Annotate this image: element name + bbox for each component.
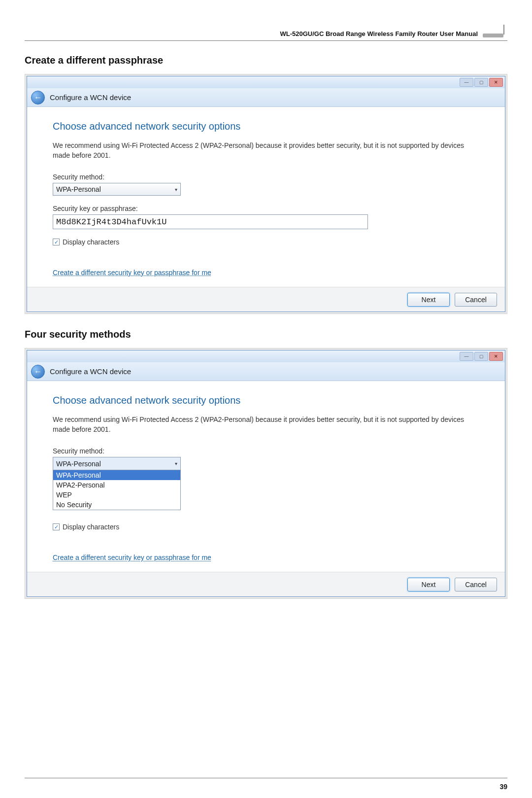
page-header: WL-520GU/GC Broad Range Wireless Family … bbox=[25, 20, 507, 41]
close-button[interactable]: ✕ bbox=[489, 78, 503, 87]
security-method-option-wpa2[interactable]: WPA2-Personal bbox=[53, 480, 180, 490]
chevron-down-icon: ▾ bbox=[175, 461, 177, 466]
window-navbar: ← Configure a WCN device bbox=[27, 88, 505, 107]
security-method-option-none[interactable]: No Security bbox=[53, 500, 180, 510]
wizard-title: Choose advanced network security options bbox=[53, 121, 479, 132]
window-methods: — ▢ ✕ ← Configure a WCN device Choose ad… bbox=[27, 350, 505, 597]
display-characters-checkbox[interactable]: ✓ bbox=[53, 523, 60, 530]
window-titlebar: — ▢ ✕ bbox=[27, 76, 505, 88]
security-method-label: Security method: bbox=[53, 173, 479, 181]
display-characters-checkbox[interactable]: ✓ bbox=[53, 239, 60, 245]
cancel-button[interactable]: Cancel bbox=[455, 293, 497, 307]
security-method-label: Security method: bbox=[53, 447, 479, 455]
manual-title: WL-520GU/GC Broad Range Wireless Family … bbox=[280, 30, 478, 37]
security-method-value: WPA-Personal bbox=[56, 185, 101, 193]
minimize-button[interactable]: — bbox=[460, 78, 473, 87]
screenshot-methods: — ▢ ✕ ← Configure a WCN device Choose ad… bbox=[25, 348, 507, 599]
maximize-button[interactable]: ▢ bbox=[474, 78, 488, 87]
security-method-dropdown: WPA-Personal WPA2-Personal WEP No Securi… bbox=[53, 470, 181, 510]
window-content: Choose advanced network security options… bbox=[27, 381, 505, 572]
security-method-combo[interactable]: WPA-Personal ▾ bbox=[53, 183, 181, 196]
section-heading-methods: Four security methods bbox=[25, 329, 507, 340]
manual-page: WL-520GU/GC Broad Range Wireless Family … bbox=[25, 20, 507, 778]
maximize-button[interactable]: ▢ bbox=[474, 352, 488, 361]
security-method-combo-open[interactable]: WPA-Personal ▾ bbox=[53, 457, 181, 470]
display-characters-label: Display characters bbox=[63, 523, 119, 531]
wizard-description: We recommend using Wi-Fi Protected Acces… bbox=[53, 415, 479, 434]
security-method-value: WPA-Personal bbox=[56, 460, 101, 468]
security-method-option-wep[interactable]: WEP bbox=[53, 490, 180, 500]
screenshot-passphrase: — ▢ ✕ ← Configure a WCN device Choose ad… bbox=[25, 74, 507, 314]
section-heading-passphrase: Create a different passphrase bbox=[25, 55, 507, 66]
security-method-option-wpa[interactable]: WPA-Personal bbox=[53, 470, 180, 480]
chevron-down-icon: ▾ bbox=[175, 187, 177, 192]
passphrase-label: Security key or passphrase: bbox=[53, 205, 479, 212]
back-icon[interactable]: ← bbox=[31, 365, 45, 379]
passphrase-input[interactable]: M8d8K2IjR4t3D4hafUvk1U bbox=[53, 214, 368, 229]
next-button[interactable]: Next bbox=[407, 578, 450, 591]
window-titlebar: — ▢ ✕ bbox=[27, 350, 505, 362]
wizard-description: We recommend using Wi-Fi Protected Acces… bbox=[53, 141, 479, 160]
window-passphrase: — ▢ ✕ ← Configure a WCN device Choose ad… bbox=[27, 76, 505, 312]
window-footer: Next Cancel bbox=[27, 287, 505, 312]
create-different-passphrase-link[interactable]: Create a different security key or passp… bbox=[53, 554, 211, 561]
window-footer: Next Cancel bbox=[27, 572, 505, 596]
next-button[interactable]: Next bbox=[407, 293, 450, 307]
close-button[interactable]: ✕ bbox=[489, 352, 503, 361]
page-number: 39 bbox=[499, 783, 507, 791]
window-content: Choose advanced network security options… bbox=[27, 107, 505, 287]
display-characters-row: ✓ Display characters bbox=[53, 238, 479, 246]
window-navbar: ← Configure a WCN device bbox=[27, 362, 505, 381]
display-characters-label: Display characters bbox=[63, 238, 119, 246]
nav-title: Configure a WCN device bbox=[50, 367, 131, 376]
wizard-title: Choose advanced network security options bbox=[53, 395, 479, 406]
create-different-passphrase-link[interactable]: Create a different security key or passp… bbox=[53, 269, 211, 277]
nav-title: Configure a WCN device bbox=[50, 93, 131, 102]
cancel-button[interactable]: Cancel bbox=[455, 578, 497, 591]
router-icon bbox=[483, 25, 507, 37]
back-icon[interactable]: ← bbox=[31, 91, 45, 104]
minimize-button[interactable]: — bbox=[460, 352, 473, 361]
display-characters-row: ✓ Display characters bbox=[53, 523, 479, 531]
